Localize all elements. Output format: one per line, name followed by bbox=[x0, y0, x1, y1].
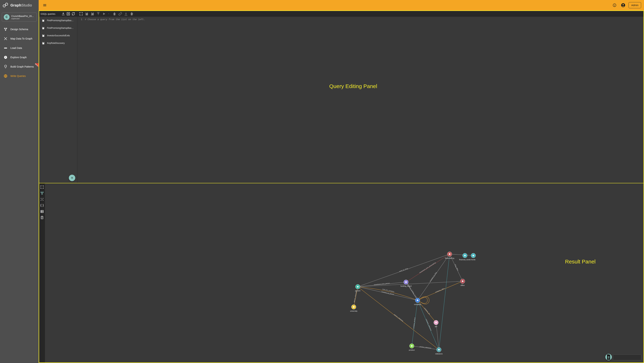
graph-edge[interactable] bbox=[450, 254, 473, 256]
table-view-button[interactable] bbox=[40, 210, 44, 214]
graph-node[interactable]: funds bbox=[471, 253, 476, 260]
admin-button[interactable]: Admin bbox=[628, 2, 641, 8]
search-input[interactable] bbox=[616, 356, 644, 359]
save-as-button[interactable] bbox=[90, 12, 94, 16]
run-options-button[interactable] bbox=[107, 12, 111, 16]
braces-icon bbox=[40, 204, 44, 208]
graph-node[interactable]: office bbox=[460, 279, 465, 286]
graph-node[interactable]: person bbox=[355, 284, 360, 292]
query-list-item[interactable]: InvestorSuccessfulExits bbox=[39, 32, 77, 39]
nav-explore-graph[interactable]: Explore Graph bbox=[0, 53, 39, 62]
result-search[interactable] bbox=[613, 354, 641, 360]
add-query-button[interactable]: + bbox=[69, 175, 75, 181]
graph-node[interactable]: product bbox=[409, 344, 415, 351]
saved-query-icon bbox=[42, 34, 45, 37]
graph-icon bbox=[40, 191, 44, 195]
node-label: office bbox=[460, 284, 465, 286]
svg-point-47 bbox=[449, 253, 450, 255]
endpoint-button[interactable] bbox=[118, 12, 122, 16]
result-panel: person_universityinvestment_from_personi… bbox=[39, 183, 644, 363]
edge-label: person_university bbox=[354, 291, 357, 302]
expand-editor-button[interactable] bbox=[79, 12, 83, 16]
nav-design-schema[interactable]: Design Schema bbox=[0, 25, 39, 34]
download-queries-button[interactable] bbox=[61, 12, 65, 16]
nav-map-data[interactable]: Map Data To Graph bbox=[0, 34, 39, 43]
publish-button[interactable] bbox=[96, 12, 100, 16]
query-list-item[interactable]: FindPromisingStartupBased... bbox=[39, 24, 77, 32]
svg-rect-8 bbox=[43, 4, 46, 5]
save-icon bbox=[85, 12, 89, 16]
clear-button[interactable] bbox=[130, 12, 134, 16]
refresh-queries-button[interactable] bbox=[71, 12, 75, 16]
graph-node[interactable]: financialOrg bbox=[445, 252, 454, 259]
svg-point-4 bbox=[5, 30, 6, 31]
edge-label: fOrg_office bbox=[454, 264, 459, 271]
info-button[interactable] bbox=[611, 2, 618, 8]
graph-node[interactable]: funding_found bbox=[400, 280, 412, 287]
svg-point-13 bbox=[614, 4, 615, 5]
graph-node[interactable]: milestone bbox=[435, 347, 442, 355]
layout-icon bbox=[40, 197, 44, 201]
upload-icon bbox=[96, 12, 100, 16]
svg-point-27 bbox=[43, 200, 44, 201]
svg-point-33 bbox=[357, 286, 359, 288]
account-icon bbox=[621, 3, 625, 7]
result-toolbar bbox=[39, 183, 45, 362]
svg-point-51 bbox=[472, 255, 474, 256]
project-selector[interactable]: C CrunchBasePre_20... superuser bbox=[2, 12, 37, 22]
hamburger-icon bbox=[43, 3, 47, 7]
nav-build-patterns[interactable]: Build Graph Patterns BETA bbox=[0, 62, 39, 71]
export-result-button[interactable] bbox=[605, 354, 612, 360]
node-label: funding_found bbox=[400, 285, 412, 287]
document-icon bbox=[605, 354, 612, 360]
svg-point-15 bbox=[622, 4, 624, 6]
layout-button[interactable] bbox=[40, 197, 44, 201]
graph-node[interactable]: university bbox=[350, 305, 358, 312]
graph-node[interactable]: financial_funds bbox=[459, 253, 470, 260]
save-button[interactable] bbox=[85, 12, 89, 16]
graph-edge[interactable] bbox=[439, 254, 450, 350]
query-list-item[interactable]: FindPromisingStartupBased... bbox=[39, 17, 77, 24]
run-button[interactable] bbox=[102, 12, 106, 16]
node-label: financial_funds bbox=[459, 258, 470, 260]
nav-label: Write Queries bbox=[10, 74, 26, 78]
plus-icon: + bbox=[71, 176, 73, 180]
nav-label: Explore Graph bbox=[10, 56, 26, 59]
trash-icon bbox=[112, 12, 116, 16]
code-editor[interactable]: 1 # Choose a query from the list on the … bbox=[77, 17, 644, 183]
query-list-item[interactable]: KeyRoleDiscovery bbox=[39, 39, 77, 47]
edge-label: invested_by_fOrg bbox=[429, 272, 437, 282]
refresh-icon bbox=[71, 12, 75, 16]
install-icon bbox=[66, 12, 70, 16]
svg-point-22 bbox=[43, 192, 44, 193]
delete-button[interactable] bbox=[112, 12, 116, 16]
project-avatar: C bbox=[4, 14, 10, 20]
graph-view-button[interactable] bbox=[40, 191, 44, 195]
query-name: FindPromisingStartupBased... bbox=[47, 27, 74, 29]
editor-area: 1 # Choose a query from the list on the … bbox=[77, 11, 644, 183]
svg-rect-9 bbox=[43, 5, 46, 6]
json-view-button[interactable] bbox=[40, 204, 44, 208]
svg-rect-5 bbox=[4, 48, 7, 48]
line-gutter: 1 bbox=[77, 17, 84, 183]
log-view-button[interactable] bbox=[40, 216, 44, 220]
install-queries-button[interactable] bbox=[66, 12, 70, 16]
graph-canvas[interactable]: person_universityinvestment_from_personi… bbox=[45, 183, 644, 362]
menu-toggle-button[interactable] bbox=[42, 2, 48, 8]
nav-write-queries[interactable]: Write Queries bbox=[0, 72, 39, 80]
svg-point-35 bbox=[353, 306, 355, 308]
graph-node[interactable]: ipo bbox=[434, 320, 438, 328]
svg-point-25 bbox=[43, 198, 44, 199]
info-icon bbox=[612, 3, 616, 7]
svg-rect-18 bbox=[43, 27, 44, 28]
nav-load-data[interactable]: Load Data bbox=[0, 44, 39, 52]
edge-label: company_ipo bbox=[424, 307, 430, 315]
graph-edge[interactable] bbox=[419, 297, 428, 304]
map-data-icon bbox=[4, 37, 8, 40]
account-button[interactable] bbox=[620, 2, 626, 8]
fullscreen-icon bbox=[40, 185, 44, 189]
download-query-button[interactable] bbox=[124, 12, 128, 16]
clipboard-icon bbox=[40, 216, 44, 220]
expand-result-button[interactable] bbox=[40, 185, 44, 189]
main-nav: Design Schema Map Data To Graph Load Dat… bbox=[0, 25, 39, 80]
